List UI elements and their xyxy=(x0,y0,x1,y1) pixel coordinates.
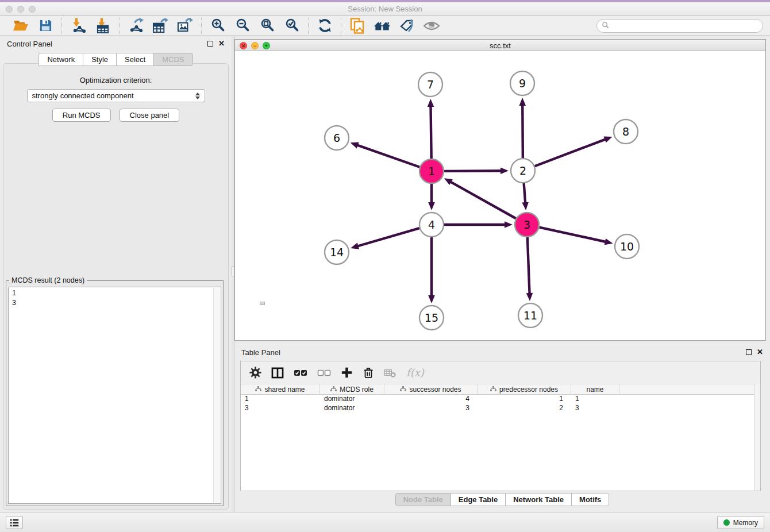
tab-network-table[interactable]: Network Table xyxy=(505,493,572,506)
mcds-result-values: 1 3 xyxy=(9,287,221,309)
graph-node-1[interactable]: 1 xyxy=(419,159,444,183)
graph-node-14[interactable]: 14 xyxy=(325,240,349,264)
graph-node-2[interactable]: 2 xyxy=(511,159,535,183)
svg-text:9: 9 xyxy=(519,77,526,90)
hide-label-icon[interactable] xyxy=(398,18,415,34)
graph-node-15[interactable]: 15 xyxy=(419,306,444,330)
export-image-icon[interactable] xyxy=(176,18,194,34)
cell-shared-name[interactable]: 3 xyxy=(241,404,320,413)
search-box[interactable] xyxy=(596,19,763,33)
import-table-icon[interactable] xyxy=(94,18,111,34)
select-all-columns-icon[interactable] xyxy=(294,368,307,377)
tab-mcds[interactable]: MCDS xyxy=(153,53,192,66)
graph-node-4[interactable]: 4 xyxy=(419,213,444,237)
mcds-result-textarea[interactable]: 1 3 xyxy=(8,287,221,504)
search-input[interactable] xyxy=(612,22,763,30)
window-top-edge xyxy=(0,0,770,2)
table-row[interactable]: 1dominator411 xyxy=(241,395,760,404)
refresh-icon[interactable] xyxy=(316,18,333,34)
close-table-panel-icon[interactable]: ✕ xyxy=(757,349,763,355)
mcds-result-group: MCDS result (2 nodes) 1 3 xyxy=(6,280,224,506)
save-icon[interactable] xyxy=(37,18,54,34)
close-panel-button[interactable]: Close panel xyxy=(120,109,180,122)
tab-motifs[interactable]: Motifs xyxy=(571,493,609,506)
tab-node-table[interactable]: Node Table xyxy=(395,493,451,506)
memory-label: Memory xyxy=(733,519,758,527)
svg-text:7: 7 xyxy=(427,78,434,91)
column-header-successor-nodes[interactable]: successor nodes xyxy=(384,384,478,394)
cell-name[interactable]: 1 xyxy=(571,395,619,404)
zoom-fit-icon[interactable] xyxy=(259,18,276,34)
toolbar-group xyxy=(5,18,61,34)
optimization-criterion-select[interactable]: strongly connected component xyxy=(27,89,205,102)
table-row[interactable]: 3dominator323 xyxy=(241,404,760,413)
close-panel-icon[interactable]: ✕ xyxy=(218,41,225,47)
window-resize-handle[interactable] xyxy=(260,302,265,305)
graph-node-6[interactable]: 6 xyxy=(325,126,349,150)
export-network-icon[interactable] xyxy=(127,18,144,34)
toolbar-group xyxy=(341,18,448,34)
run-mcds-button[interactable]: Run MCDS xyxy=(52,109,111,122)
zoom-out-icon[interactable] xyxy=(234,18,251,34)
table-scrollbar[interactable] xyxy=(754,384,760,491)
import-network-icon[interactable] xyxy=(70,18,87,34)
cell-predecessor-nodes[interactable]: 1 xyxy=(478,395,571,404)
graph-node-10[interactable]: 10 xyxy=(615,234,639,259)
delete-column-icon[interactable] xyxy=(363,367,374,379)
zoom-selected-icon[interactable] xyxy=(283,18,301,34)
graph-node-11[interactable]: 11 xyxy=(518,303,542,327)
tab-select[interactable]: Select xyxy=(116,53,154,66)
cell-predecessor-nodes[interactable]: 2 xyxy=(478,404,571,413)
svg-text:4: 4 xyxy=(428,218,435,231)
gear-icon[interactable] xyxy=(249,367,261,379)
svg-text:15: 15 xyxy=(425,311,438,324)
mcds-result-scrollbar[interactable] xyxy=(213,288,220,503)
cell-successor-nodes[interactable]: 4 xyxy=(384,395,478,404)
memory-button[interactable]: Memory xyxy=(717,516,764,529)
table-panel: Table Panel ✕ f(x) shared nameMCDS roles… xyxy=(234,345,770,510)
task-history-button[interactable] xyxy=(6,516,23,529)
column-header-shared-name[interactable]: shared name xyxy=(241,384,320,394)
network-graph: 7968124314101511 xyxy=(235,52,765,341)
graph-node-3[interactable]: 3 xyxy=(515,213,539,237)
toolbar-group xyxy=(120,18,201,34)
node-table-container: f(x) shared nameMCDS rolesuccessor nodes… xyxy=(240,361,761,491)
add-column-icon[interactable] xyxy=(341,367,353,379)
search-icon xyxy=(602,21,609,31)
split-columns-icon[interactable] xyxy=(271,367,284,379)
eye-icon[interactable] xyxy=(423,18,440,34)
unselect-all-columns-icon[interactable] xyxy=(317,368,331,377)
cell-mcds-role[interactable]: dominator xyxy=(320,404,384,413)
cell-successor-nodes[interactable]: 3 xyxy=(384,404,478,413)
svg-text:1: 1 xyxy=(428,165,435,178)
clone-network-icon[interactable] xyxy=(349,18,366,34)
memory-status-icon xyxy=(723,519,730,526)
column-header-predecessor-nodes[interactable]: predecessor nodes xyxy=(478,384,571,394)
float-panel-icon[interactable] xyxy=(207,41,213,47)
home-icon[interactable] xyxy=(374,18,391,34)
select-stepper-icon xyxy=(195,92,200,99)
float-table-panel-icon[interactable] xyxy=(746,349,752,355)
folder-open-icon[interactable] xyxy=(12,18,29,34)
delete-table-icon[interactable] xyxy=(384,367,396,378)
cell-name[interactable]: 3 xyxy=(571,404,619,413)
tab-network[interactable]: Network xyxy=(38,53,83,66)
tab-style[interactable]: Style xyxy=(83,53,117,66)
svg-text:8: 8 xyxy=(622,125,629,138)
zoom-in-icon[interactable] xyxy=(209,18,226,34)
function-builder-icon[interactable]: f(x) xyxy=(406,367,424,379)
column-label: predecessor nodes xyxy=(499,385,558,394)
tab-edge-table[interactable]: Edge Table xyxy=(451,493,506,506)
cell-shared-name[interactable]: 1 xyxy=(241,395,320,404)
graph-node-9[interactable]: 9 xyxy=(510,71,534,95)
column-header-filler xyxy=(619,384,760,394)
column-header-mcds-role[interactable]: MCDS role xyxy=(320,384,384,394)
network-window-titlebar[interactable]: ✕ − + scc.txt xyxy=(235,40,765,51)
network-canvas[interactable]: 7968124314101511 xyxy=(235,52,765,340)
table-toolbar: f(x) xyxy=(241,361,760,384)
cell-mcds-role[interactable]: dominator xyxy=(320,395,384,404)
graph-node-8[interactable]: 8 xyxy=(614,119,638,144)
export-table-icon[interactable] xyxy=(152,18,169,34)
column-header-name[interactable]: name xyxy=(571,384,619,394)
graph-node-7[interactable]: 7 xyxy=(418,72,442,97)
